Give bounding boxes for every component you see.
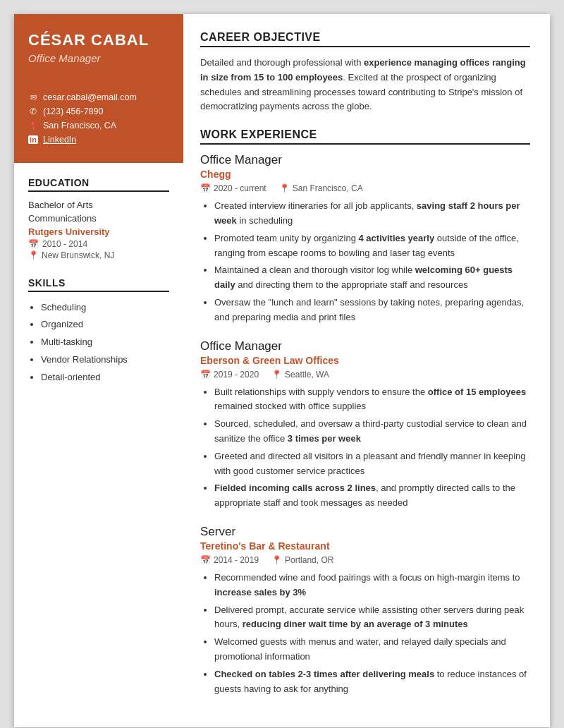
edu-location: 📍 New Brunswick, NJ [28, 250, 169, 260]
email-text: cesar.cabal@email.com [43, 92, 137, 102]
pin-icon: 📍 [271, 370, 282, 380]
skill-item: Scheduling [41, 299, 169, 317]
job-company: Chegg [200, 169, 530, 180]
main-content: CAREER OBJECTIVE Detailed and thorough p… [183, 14, 550, 727]
skills-title: SKILLS [28, 277, 169, 292]
job-meta: 📅 2020 - current 📍 San Francisco, CA [200, 183, 530, 193]
job-years: 📅 2020 - current [200, 183, 266, 193]
experience-title: WORK EXPERIENCE [200, 128, 530, 145]
job-item: ServerTeretino's Bar & Restaurant 📅 2014… [200, 525, 530, 696]
calendar-icon: 📅 [200, 183, 211, 193]
sidebar: CÉSAR CABAL Office Manager cesar.cabal@e… [14, 14, 183, 727]
linkedin-label[interactable]: LinkedIn [43, 135, 76, 145]
skills-section: SKILLS SchedulingOrganizedMulti-taskingV… [28, 277, 169, 386]
location-icon [28, 121, 38, 131]
job-meta: 📅 2019 - 2020 📍 Seattle, WA [200, 370, 530, 380]
pin-icon: 📍 [28, 250, 39, 260]
job-location: 📍 Portland, OR [271, 555, 333, 565]
skill-item: Organized [41, 316, 169, 334]
phone-text: (123) 456-7890 [43, 107, 103, 116]
bullet-item: Greeted and directed all visitors in a p… [214, 449, 530, 479]
linkedin-icon [28, 135, 38, 145]
job-company: Teretino's Bar & Restaurant [200, 540, 530, 552]
pin-icon: 📍 [271, 555, 282, 565]
edu-degree: Bachelor of Arts Communications [28, 199, 169, 224]
bullet-item: Checked on tables 2-3 times after delive… [214, 667, 530, 697]
job-item: Office ManagerChegg 📅 2020 - current 📍 S… [200, 153, 530, 324]
bullet-item: Created interview itineraries for all jo… [214, 199, 530, 229]
job-location: 📍 San Francisco, CA [279, 183, 363, 193]
sidebar-header: CÉSAR CABAL Office Manager [14, 14, 183, 81]
job-title: Office Manager [200, 153, 530, 167]
job-location: 📍 Seattle, WA [271, 370, 329, 380]
contact-email: cesar.cabal@email.com [28, 92, 169, 102]
job-bullets: Built relationships with supply vendors … [200, 385, 530, 511]
calendar-icon: 📅 [200, 370, 211, 380]
job-meta: 📅 2014 - 2019 📍 Portland, OR [200, 555, 530, 565]
edu-university: Rutgers University [28, 226, 169, 237]
job-item: Office ManagerEberson & Green Law Office… [200, 339, 530, 511]
job-bullets: Created interview itineraries for all jo… [200, 199, 530, 324]
resume-container: CÉSAR CABAL Office Manager cesar.cabal@e… [14, 14, 550, 727]
bullet-item: Sourced, scheduled, and oversaw a third-… [214, 417, 530, 447]
candidate-name: CÉSAR CABAL [28, 31, 169, 49]
job-company: Eberson & Green Law Offices [200, 355, 530, 366]
experience-section: WORK EXPERIENCE Office ManagerChegg 📅 20… [200, 128, 530, 696]
education-section: EDUCATION Bachelor of Arts Communication… [28, 177, 169, 260]
bullet-item: Delivered prompt, accurate service while… [214, 603, 530, 633]
bullet-item: Fielded incoming calls across 2 lines, a… [214, 481, 530, 511]
candidate-title: Office Manager [28, 52, 169, 64]
contact-phone: (123) 456-7890 [28, 107, 169, 116]
bullet-item: Recommended wine and food pairings with … [214, 571, 530, 600]
objective-text: Detailed and thorough professional with … [200, 56, 530, 114]
sidebar-body: EDUCATION Bachelor of Arts Communication… [14, 163, 183, 727]
skill-item: Detail-oriented [41, 369, 169, 387]
bullet-item: Promoted team unity by organizing 4 acti… [214, 231, 530, 261]
edu-years: 📅 2010 - 2014 [28, 239, 169, 249]
calendar-icon: 📅 [200, 555, 211, 565]
jobs-container: Office ManagerChegg 📅 2020 - current 📍 S… [200, 153, 530, 696]
envelope-icon [28, 92, 38, 102]
job-title: Server [200, 525, 530, 539]
phone-icon [28, 107, 38, 116]
bullet-item: Welcomed guests with menus and water, an… [214, 635, 530, 665]
skills-list: SchedulingOrganizedMulti-taskingVendor R… [28, 299, 169, 386]
calendar-icon: 📅 [28, 239, 39, 249]
job-years: 📅 2019 - 2020 [200, 370, 259, 380]
job-years: 📅 2014 - 2019 [200, 555, 259, 565]
skill-item: Vendor Relationships [41, 351, 169, 369]
job-title: Office Manager [200, 339, 530, 353]
contact-section: cesar.cabal@email.com (123) 456-7890 San… [14, 81, 183, 163]
contact-linkedin[interactable]: LinkedIn [28, 135, 169, 145]
job-bullets: Recommended wine and food pairings with … [200, 571, 530, 696]
pin-icon: 📍 [279, 183, 290, 193]
objective-title: CAREER OBJECTIVE [200, 31, 530, 47]
contact-location: San Francisco, CA [28, 121, 169, 131]
bullet-item: Maintained a clean and thorough visitor … [214, 263, 530, 293]
bullet-item: Built relationships with supply vendors … [214, 385, 530, 415]
objective-section: CAREER OBJECTIVE Detailed and thorough p… [200, 31, 530, 114]
education-title: EDUCATION [28, 177, 169, 192]
skill-item: Multi-tasking [41, 334, 169, 351]
bullet-item: Oversaw the "lunch and learn" sessions b… [214, 296, 530, 325]
location-text: San Francisco, CA [43, 121, 116, 131]
